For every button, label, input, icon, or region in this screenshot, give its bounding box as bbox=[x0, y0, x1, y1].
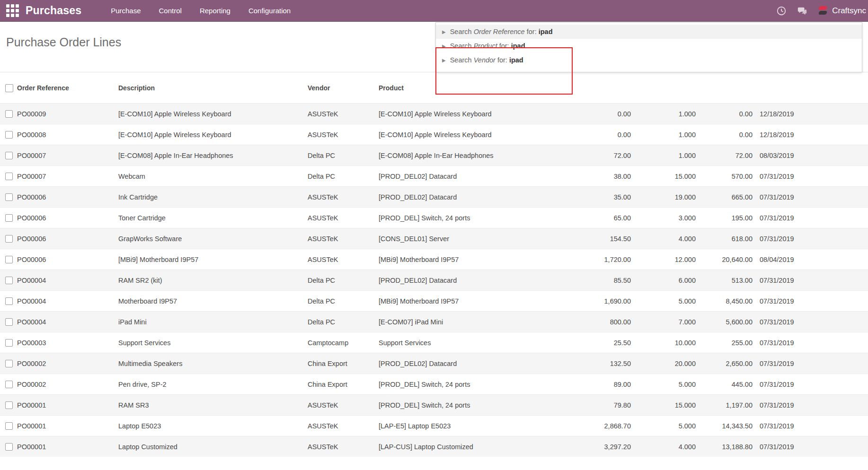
suggestion-text: Search bbox=[450, 56, 474, 64]
table-row[interactable]: PO00006Toner CartridgeASUSTeK[PROD_DEL] … bbox=[0, 207, 868, 228]
cell-scheduled-date: 08/04/2019 bbox=[753, 256, 815, 263]
header-order-reference[interactable]: Order Reference bbox=[17, 84, 118, 92]
cell-unit-price: 35.00 bbox=[542, 193, 632, 201]
cell-subtotal: 0.00 bbox=[697, 131, 753, 139]
header-vendor[interactable]: Vendor bbox=[308, 84, 379, 92]
cell-description: RAM SR3 bbox=[118, 401, 308, 409]
cell-quantity: 5.000 bbox=[632, 381, 697, 388]
row-checkbox[interactable] bbox=[5, 277, 13, 284]
table-row[interactable]: PO00006[MBi9] Motherboard I9P57ASUSTeK[M… bbox=[0, 249, 868, 270]
cell-description: [MBi9] Motherboard I9P57 bbox=[118, 256, 308, 263]
cell-unit-price: 38.00 bbox=[542, 173, 632, 180]
cell-order-reference: PO00006 bbox=[17, 193, 118, 201]
cell-description: iPad Mini bbox=[118, 318, 308, 326]
cell-description: Pen drive, SP-2 bbox=[118, 381, 308, 388]
row-checkbox[interactable] bbox=[5, 173, 13, 180]
cell-order-reference: PO00006 bbox=[17, 235, 118, 243]
cell-order-reference: PO00003 bbox=[17, 339, 118, 347]
expand-caret-icon[interactable]: ▶ bbox=[442, 44, 446, 49]
suggestion-text: Search bbox=[450, 28, 474, 35]
cell-subtotal: 195.00 bbox=[697, 214, 753, 222]
cell-unit-price: 25.50 bbox=[542, 339, 632, 347]
cell-unit-price: 89.00 bbox=[542, 381, 632, 388]
table-row[interactable]: PO00001RAM SR3ASUSTeK[PROD_DEL] Switch, … bbox=[0, 394, 868, 415]
cell-vendor: ASUSTeK bbox=[308, 131, 379, 139]
select-all-checkbox[interactable] bbox=[5, 84, 13, 92]
table-row[interactable]: PO00006Ink CartridgeASUSTeK[PROD_DEL02] … bbox=[0, 186, 868, 207]
header-product[interactable]: Product bbox=[379, 84, 542, 92]
row-checkbox[interactable] bbox=[5, 360, 13, 367]
cell-quantity: 6.000 bbox=[632, 277, 697, 284]
cell-vendor: ASUSTeK bbox=[308, 401, 379, 409]
expand-caret-icon[interactable]: ▶ bbox=[442, 58, 446, 63]
row-checkbox[interactable] bbox=[5, 235, 13, 243]
cell-product: [PROD_DEL] Switch, 24 ports bbox=[379, 214, 542, 222]
app-brand-title[interactable]: Purchases bbox=[26, 4, 81, 17]
table-row[interactable]: PO00009[E-COM10] Apple Wireless Keyboard… bbox=[0, 103, 868, 124]
messages-chat-icon[interactable] bbox=[797, 6, 807, 16]
cell-subtotal: 445.00 bbox=[697, 381, 753, 388]
row-checkbox[interactable] bbox=[5, 422, 13, 430]
row-checkbox[interactable] bbox=[5, 297, 13, 305]
cell-vendor: ASUSTeK bbox=[308, 214, 379, 222]
search-suggestion-order-reference[interactable]: ▶Search Order Reference for: ipad bbox=[436, 25, 862, 39]
row-checkbox[interactable] bbox=[5, 401, 13, 409]
table-row[interactable]: PO00007WebcamDelta PC[PROD_DEL02] Dataca… bbox=[0, 165, 868, 186]
row-checkbox[interactable] bbox=[5, 256, 13, 263]
expand-caret-icon[interactable]: ▶ bbox=[442, 29, 446, 35]
cell-vendor: ASUSTeK bbox=[308, 235, 379, 243]
cell-subtotal: 618.00 bbox=[697, 235, 753, 243]
menu-item-reporting[interactable]: Reporting bbox=[200, 7, 230, 15]
table-row[interactable]: PO00002Multimedia SpeakersChina Export[P… bbox=[0, 353, 868, 374]
cell-quantity: 5.000 bbox=[632, 422, 697, 430]
row-checkbox[interactable] bbox=[5, 214, 13, 222]
row-checkbox[interactable] bbox=[5, 443, 13, 451]
cell-scheduled-date: 07/31/2019 bbox=[753, 173, 815, 180]
cell-order-reference: PO00004 bbox=[17, 277, 118, 284]
row-checkbox[interactable] bbox=[5, 318, 13, 326]
cell-vendor: Delta PC bbox=[308, 277, 379, 284]
table-row[interactable]: PO00006GrapWorks SoftwareASUSTeK[CONS_DE… bbox=[0, 228, 868, 249]
cell-unit-price: 3,297.20 bbox=[542, 443, 632, 451]
table-row[interactable]: PO00001Laptop CustomizedASUSTeK[LAP-CUS]… bbox=[0, 436, 868, 457]
table-row[interactable]: PO00004Motherboard I9P57Delta PC[MBi9] M… bbox=[0, 290, 868, 311]
row-checkbox[interactable] bbox=[5, 110, 13, 118]
cell-order-reference: PO00007 bbox=[17, 173, 118, 180]
table-row[interactable]: PO00008[E-COM10] Apple Wireless Keyboard… bbox=[0, 124, 868, 145]
cell-scheduled-date: 08/03/2019 bbox=[753, 152, 815, 159]
cell-product: [E-COM10] Apple Wireless Keyboard bbox=[379, 110, 542, 118]
cell-scheduled-date: 07/31/2019 bbox=[753, 214, 815, 222]
row-checkbox[interactable] bbox=[5, 381, 13, 388]
company-logo bbox=[818, 5, 828, 17]
cell-order-reference: PO00001 bbox=[17, 422, 118, 430]
cell-vendor: Delta PC bbox=[308, 152, 379, 159]
user-menu[interactable]: Craftsync bbox=[818, 5, 866, 17]
cell-order-reference: PO00004 bbox=[17, 318, 118, 326]
row-checkbox[interactable] bbox=[5, 131, 13, 139]
table-row[interactable]: PO00003Support ServicesCamptocampSupport… bbox=[0, 332, 868, 353]
table-row[interactable]: PO00004RAM SR2 (kit)Delta PC[PROD_DEL02]… bbox=[0, 270, 868, 290]
cell-scheduled-date: 12/18/2019 bbox=[753, 131, 815, 139]
search-suggestion-vendor[interactable]: ▶Search Vendor for: ipad bbox=[436, 53, 862, 67]
table-row[interactable]: PO00001Laptop E5023ASUSTeK[LAP-E5] Lapto… bbox=[0, 415, 868, 436]
cell-order-reference: PO00001 bbox=[17, 443, 118, 451]
table-row[interactable]: PO00004iPad MiniDelta PC[E-COM07] iPad M… bbox=[0, 311, 868, 332]
table-row[interactable]: PO00002Pen drive, SP-2China Export[PROD_… bbox=[0, 374, 868, 394]
menu-item-control[interactable]: Control bbox=[159, 7, 182, 15]
apps-grid-icon[interactable] bbox=[6, 4, 19, 17]
menu-item-configuration[interactable]: Configuration bbox=[248, 7, 291, 15]
menu-item-purchase[interactable]: Purchase bbox=[111, 7, 141, 15]
cell-description: Ink Cartridge bbox=[118, 193, 308, 201]
header-description[interactable]: Description bbox=[118, 84, 308, 92]
row-checkbox[interactable] bbox=[5, 339, 13, 347]
row-checkbox[interactable] bbox=[5, 193, 13, 201]
search-suggestions-dropdown: ▶Search Order Reference for: ipad▶Search… bbox=[435, 22, 862, 72]
cell-vendor: Camptocamp bbox=[308, 339, 379, 347]
search-suggestion-product[interactable]: ▶Search Product for: ipad bbox=[436, 39, 862, 53]
cell-description: Support Services bbox=[118, 339, 308, 347]
cell-unit-price: 132.50 bbox=[542, 360, 632, 367]
cell-product: [MBi9] Motherboard I9P57 bbox=[379, 297, 542, 305]
table-row[interactable]: PO00007[E-COM08] Apple In-Ear Headphones… bbox=[0, 145, 868, 165]
row-checkbox[interactable] bbox=[5, 152, 13, 159]
activities-clock-icon[interactable] bbox=[776, 6, 787, 16]
